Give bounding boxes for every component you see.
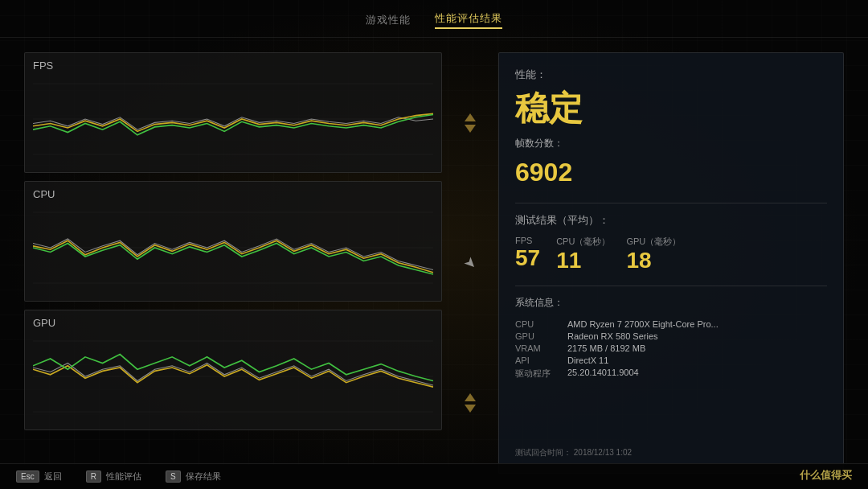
side-divider: ➤ (458, 52, 482, 474)
gpu-chart-area: 32 18 15 (33, 332, 433, 421)
arrow-down-1 (465, 125, 476, 133)
esc-action[interactable]: Esc 返回 (16, 471, 62, 483)
cpu-chart-container: CPU 34 11 7 (24, 181, 442, 302)
main-content: FPS 91 57 29 (0, 38, 868, 488)
system-info-table: CPU AMD Ryzen 7 2700X Eight-Core Pro... … (515, 319, 827, 380)
arrow-up-1 (465, 113, 476, 121)
gpu-chart-container: GPU 32 18 15 (24, 310, 442, 430)
gpu-metric-value: 18 (626, 249, 681, 273)
fps-metric-label: FPS (515, 236, 540, 245)
timestamp: 测试回合时间： 2018/12/13 1:02 (515, 448, 632, 457)
watermark: 什么值得买 (800, 468, 852, 483)
gpu-metric: GPU（毫秒） 18 (626, 236, 681, 273)
sysinfo-gpu-row: GPU Radeon RX 580 Series (515, 331, 827, 341)
performance-value: 稳定 (515, 90, 827, 127)
sysinfo-api-key: API (515, 355, 559, 365)
bottom-bar: Esc 返回 R 性能评估 S 保存结果 什么值得买 (0, 463, 868, 489)
arrow-down-2 (465, 405, 476, 413)
charts-panel: FPS 91 57 29 (24, 52, 442, 474)
fps-chart-container: FPS 91 57 29 (24, 52, 442, 173)
cpu-chart-label: CPU (33, 188, 433, 200)
fps-chart-area: 91 57 29 (33, 75, 433, 163)
cursor-icon: ➤ (460, 253, 481, 273)
esc-label: 返回 (44, 471, 62, 483)
performance-label: 性能： (515, 68, 827, 82)
sysinfo-api-val: DirectX 11 (567, 355, 608, 365)
sysinfo-gpu-key: GPU (515, 331, 559, 341)
cpu-metric-label: CPU（毫秒） (556, 236, 610, 248)
metrics-row: FPS 57 CPU（毫秒） 11 GPU（毫秒） 18 (515, 236, 827, 273)
divider-1 (515, 203, 827, 203)
gpu-chart-label: GPU (33, 317, 433, 329)
sysinfo-cpu-key: CPU (515, 319, 559, 329)
s-key: S (166, 471, 181, 483)
fps-chart-svg (33, 75, 433, 163)
stats-panel: 性能： 稳定 帧数分数： 6902 测试结果（平均）： FPS 57 CPU（毫… (498, 52, 844, 474)
top-navigation: 游戏性能 性能评估结果 (0, 0, 868, 38)
timestamp-container: 测试回合时间： 2018/12/13 1:02 (515, 444, 827, 458)
r-label: 性能评估 (106, 471, 141, 483)
sysinfo-vram-val: 2175 MB / 8192 MB (567, 343, 645, 353)
cpu-metric-value: 11 (556, 249, 610, 273)
gpu-metric-label: GPU（毫秒） (626, 236, 681, 248)
tab-game-performance[interactable]: 游戏性能 (366, 13, 411, 27)
results-label: 测试结果（平均）： (515, 213, 827, 228)
sysinfo-api-row: API DirectX 11 (515, 355, 827, 365)
frames-value: 6902 (515, 157, 827, 187)
sysinfo-vram-row: VRAM 2175 MB / 8192 MB (515, 343, 827, 353)
sysinfo-driver-val: 25.20.14011.9004 (567, 368, 639, 380)
cpu-metric: CPU（毫秒） 11 (556, 236, 610, 273)
s-label: 保存结果 (186, 471, 221, 483)
frames-label: 帧数分数： (515, 137, 827, 150)
s-action[interactable]: S 保存结果 (166, 471, 221, 483)
arrow-up-2 (465, 393, 476, 401)
esc-key: Esc (16, 471, 39, 483)
fps-metric-value: 57 (515, 246, 540, 271)
sysinfo-cpu-val: AMD Ryzen 7 2700X Eight-Core Pro... (567, 319, 719, 329)
sysinfo-driver-key: 驱动程序 (515, 368, 559, 380)
sysinfo-vram-key: VRAM (515, 343, 559, 353)
cpu-chart-area: 34 11 7 (33, 203, 433, 292)
fps-metric: FPS 57 (515, 236, 540, 273)
sysinfo-driver-row: 驱动程序 25.20.14011.9004 (515, 368, 827, 380)
sysinfo-gpu-val: Radeon RX 580 Series (567, 331, 658, 341)
fps-chart-label: FPS (33, 60, 433, 72)
tab-performance-results[interactable]: 性能评估结果 (435, 11, 502, 29)
gpu-chart-svg (33, 332, 433, 421)
r-action[interactable]: R 性能评估 (86, 471, 141, 483)
sysinfo-cpu-row: CPU AMD Ryzen 7 2700X Eight-Core Pro... (515, 319, 827, 329)
r-key: R (86, 471, 101, 483)
divider-2 (515, 286, 827, 286)
arrow-block-1 (465, 113, 476, 133)
sysinfo-title: 系统信息： (515, 296, 827, 310)
cpu-chart-svg (33, 203, 433, 292)
arrow-block-2 (465, 393, 476, 413)
